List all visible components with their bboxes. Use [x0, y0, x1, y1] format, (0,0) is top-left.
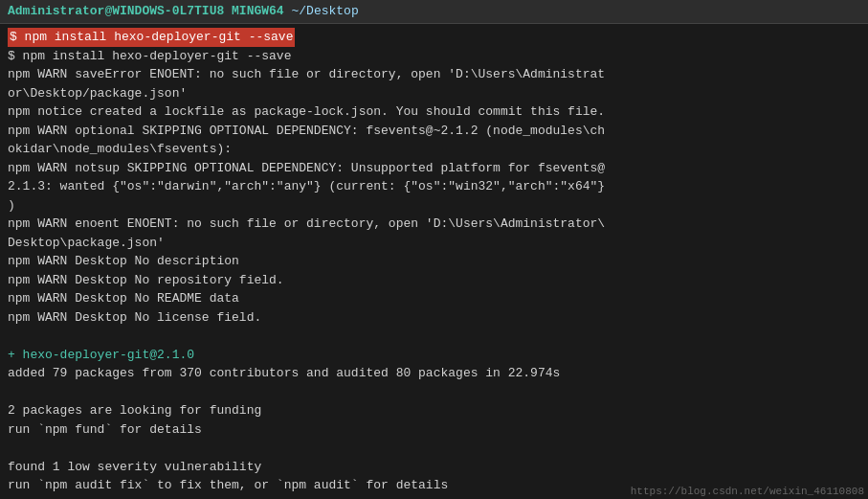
terminal-line: npm WARN notsup SKIPPING OPTIONAL DEPEND… — [8, 159, 860, 178]
title-bar: Administrator@WINDOWS-0L7TIU8 MINGW64 ~/… — [0, 0, 868, 24]
watermark: https://blog.csdn.net/weixin_46110808 — [631, 486, 864, 497]
terminal-line: Desktop\package.json' — [8, 234, 860, 253]
terminal-line: npm WARN Desktop No description — [8, 252, 860, 271]
user-path: Administrator@WINDOWS-0L7TIU8 — [8, 4, 224, 18]
terminal-line: found 1 low severity vulnerability — [8, 458, 860, 477]
command-text: $ npm install hexo-deployer-git --save — [8, 28, 295, 47]
terminal-line — [8, 327, 860, 346]
command-line: $ npm install hexo-deployer-git --save — [8, 28, 860, 47]
terminal-line: added 79 packages from 370 contributors … — [8, 364, 860, 383]
shell-name: MINGW64 — [232, 4, 284, 18]
terminal-line: okidar\node_modules\fsevents): — [8, 140, 860, 159]
terminal-line: npm notice created a lockfile as package… — [8, 102, 860, 122]
terminal-line: ) — [8, 196, 860, 215]
terminal-line: npm WARN Desktop No repository field. — [8, 271, 860, 290]
terminal-window: Administrator@WINDOWS-0L7TIU8 MINGW64 ~/… — [0, 0, 868, 499]
terminal-line: $ npm install hexo-deployer-git --save — [8, 47, 860, 66]
output-lines: $ npm install hexo-deployer-git --savenp… — [8, 47, 860, 495]
terminal-line: npm WARN saveError ENOENT: no such file … — [8, 65, 860, 84]
terminal-line — [8, 383, 860, 402]
terminal-line: npm WARN enoent ENOENT: no such file or … — [8, 215, 860, 234]
terminal-line: npm WARN optional SKIPPING OPTIONAL DEPE… — [8, 122, 860, 141]
terminal-content: $ npm install hexo-deployer-git --save $… — [0, 24, 868, 499]
terminal-line: npm WARN Desktop No README data — [8, 289, 860, 308]
terminal-line — [8, 439, 860, 458]
terminal-line: npm WARN Desktop No license field. — [8, 308, 860, 328]
terminal-line: or\Desktop/package.json' — [8, 84, 860, 103]
terminal-line: 2 packages are looking for funding — [8, 401, 860, 420]
terminal-line: + hexo-deployer-git@2.1.0 — [8, 346, 860, 365]
terminal-line: run `npm fund` for details — [8, 420, 860, 440]
current-path: ~/Desktop — [291, 4, 358, 18]
terminal-line: 2.1.3: wanted {"os":"darwin","arch":"any… — [8, 177, 860, 196]
